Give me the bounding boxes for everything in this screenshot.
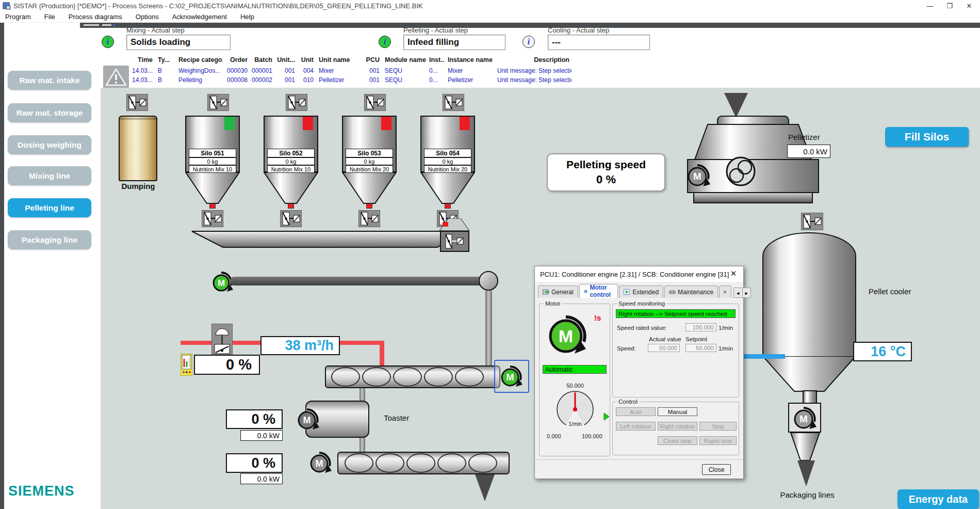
- valve-icon[interactable]: [364, 94, 386, 111]
- valve-position-display[interactable]: 0 %: [194, 355, 260, 375]
- silo-amount: 0 kg: [267, 157, 315, 165]
- cooler-motor-icon[interactable]: M: [792, 406, 818, 432]
- screw2-power-display[interactable]: 0.0 kW: [240, 473, 283, 484]
- cooling-info-icon[interactable]: i: [522, 36, 535, 48]
- energy-data-button[interactable]: Energy data: [897, 489, 979, 509]
- svg-text:M: M: [559, 326, 573, 346]
- sidebar-item-mixing-line[interactable]: Mixing line: [8, 166, 91, 185]
- cooling-step-field[interactable]: ---: [548, 35, 650, 50]
- cooler-temp-display[interactable]: 16 °C: [853, 342, 912, 361]
- speed-setpoint-field[interactable]: 50.000: [685, 344, 716, 352]
- motor-control-dialog: PCU1: Conditioner engine [2.31] / SCB: C…: [534, 266, 744, 479]
- alarm-warning-icon[interactable]: [103, 66, 129, 91]
- silo-053[interactable]: Silo 053 0 kg Nutrition Mix 20: [342, 116, 397, 227]
- pelletizer-motor-icon[interactable]: M: [686, 163, 712, 189]
- valve-icon[interactable]: [207, 94, 229, 111]
- toaster-power-display[interactable]: 0.0 kW: [240, 430, 283, 441]
- pelleting-step-label: Pelleting - Actual step: [403, 26, 468, 34]
- alarm-table-row[interactable]: 14.03...BPelleting000008000002001010Pell…: [130, 75, 646, 84]
- gauge-unit: 1/min: [540, 421, 611, 427]
- silo-outlet-indicator: [366, 203, 372, 209]
- conditioner-motor-icon[interactable]: M: [499, 364, 524, 389]
- mixing-info-icon[interactable]: i: [102, 36, 114, 48]
- speed-unit: 1/min: [718, 345, 733, 352]
- screw-flights: [338, 453, 509, 473]
- controller-icon[interactable]: [181, 354, 192, 376]
- sidebar-item-dosing-weighing[interactable]: Dosing weighing: [8, 135, 91, 154]
- belt-conveyor[interactable]: [230, 277, 484, 285]
- mixing-step-field[interactable]: Solids loading: [126, 35, 231, 50]
- minimize-button[interactable]: —: [921, 0, 939, 11]
- collecting-conveyor: [191, 230, 469, 249]
- valve-icon[interactable]: [443, 94, 464, 111]
- tab-motor-control[interactable]: Motor control: [579, 284, 618, 298]
- rated-unit: 1/min: [718, 325, 733, 331]
- gauge-marker-icon: [603, 412, 610, 421]
- pellet-cooler-vessel[interactable]: [762, 232, 856, 357]
- connector-pipe: [360, 438, 365, 452]
- menu-process-diagrams[interactable]: Process diagrams: [69, 13, 122, 21]
- tab-general[interactable]: General: [538, 285, 578, 298]
- menu-program[interactable]: Program: [5, 13, 31, 21]
- packaging-lines-label: Packaging lines: [771, 490, 843, 499]
- sidebar-item-packaging-line[interactable]: Packaging line: [8, 230, 91, 249]
- flow-display[interactable]: 38 m³/h: [260, 336, 340, 355]
- drop-pipe: [485, 291, 492, 368]
- rated-value-field[interactable]: 100.000: [685, 323, 716, 331]
- valve-icon[interactable]: [202, 210, 223, 227]
- menu-acknowledgement[interactable]: Acknowledgement: [172, 13, 227, 21]
- sidebar-item-raw-mat-storage[interactable]: Raw mat. storage: [8, 103, 91, 122]
- alarm-table-header: TimeTy...Recipe catego...OrderBatchUnit.…: [130, 56, 646, 64]
- alarm-table-row[interactable]: 14.03...BWeighingDos...00003000000100100…: [130, 66, 646, 75]
- stub-tab-icon: [724, 289, 727, 295]
- svg-text:M: M: [799, 413, 808, 424]
- pelletizer-power-display[interactable]: 0.0 kW: [787, 145, 830, 158]
- menu-help[interactable]: Help: [240, 13, 254, 21]
- pelleting-speed-panel: Pelleting speed 0 %: [547, 153, 665, 192]
- tab-maintenance[interactable]: Maintenance: [664, 285, 718, 298]
- tab-scroll-right[interactable]: ►: [742, 288, 750, 297]
- toaster-motor-icon[interactable]: M: [296, 407, 321, 432]
- toaster-percent-display[interactable]: 0 %: [226, 409, 283, 429]
- valve-icon[interactable]: [126, 94, 148, 111]
- dumping-bin[interactable]: [119, 116, 157, 181]
- conditioner-motor-selection[interactable]: M: [494, 360, 529, 393]
- cooling-step-label: Cooling - Actual step: [548, 26, 609, 34]
- valve-icon[interactable]: [286, 94, 307, 111]
- menu-file[interactable]: File: [44, 13, 55, 21]
- valve-icon[interactable]: [358, 210, 380, 227]
- screw2-motor-icon[interactable]: M: [308, 451, 333, 475]
- menu-options[interactable]: Options: [136, 13, 159, 21]
- pelleting-info-icon[interactable]: i: [379, 36, 391, 48]
- silo-outlet-indicator: [209, 203, 216, 209]
- silo-amount: 0 kg: [189, 157, 236, 165]
- maximize-button[interactable]: ❐: [941, 0, 958, 11]
- tab-extended[interactable]: Extended: [619, 285, 663, 298]
- sidebar-item-pelleting-line[interactable]: Pelleting line: [8, 198, 91, 217]
- pelleting-step-field[interactable]: Infeed filling: [403, 35, 505, 50]
- speed-label: Speed:: [617, 345, 635, 352]
- valve-icon[interactable]: [801, 213, 823, 230]
- sidebar-item-raw-mat-intake[interactable]: Raw mat. intake: [8, 71, 91, 90]
- screw2-percent-display[interactable]: 0 %: [226, 453, 283, 473]
- manual-button[interactable]: Manual: [658, 407, 697, 416]
- silo-052[interactable]: Silo 052 0 kg Nutrition Mix 10: [264, 116, 318, 227]
- stop-button: Stop: [699, 422, 737, 431]
- dialog-title-bar[interactable]: PCU1: Conditioner engine [2.31] / SCB: C…: [535, 266, 743, 282]
- speed-actual-field[interactable]: 50.000: [648, 344, 680, 352]
- dialog-close-icon[interactable]: ✕: [728, 269, 739, 279]
- fill-silos-button[interactable]: Fill Silos: [885, 127, 969, 147]
- valve-icon[interactable]: [280, 210, 302, 227]
- close-button[interactable]: ✕: [960, 0, 978, 11]
- silo-054[interactable]: Silo 054 0 kg Nutrition Mix 20: [420, 116, 475, 227]
- pellet-die-icon: [725, 156, 756, 187]
- mixing-step-label: Mixing - Actual step: [126, 26, 185, 34]
- dialog-close-button[interactable]: Close: [702, 464, 731, 475]
- silo-051[interactable]: Silo 051 0 kg Nutrition Mix 10: [185, 116, 240, 227]
- tab-scroll-left[interactable]: ◄: [734, 288, 742, 297]
- transfer-valve-unit[interactable]: [440, 231, 469, 252]
- silo-amount: 0 kg: [346, 157, 393, 165]
- cooler-discharge-box[interactable]: M: [788, 403, 821, 433]
- speed-monitoring-group: Speed monitoring Right rotation --> Setp…: [612, 304, 739, 397]
- tab-overflow-stub[interactable]: [719, 285, 731, 298]
